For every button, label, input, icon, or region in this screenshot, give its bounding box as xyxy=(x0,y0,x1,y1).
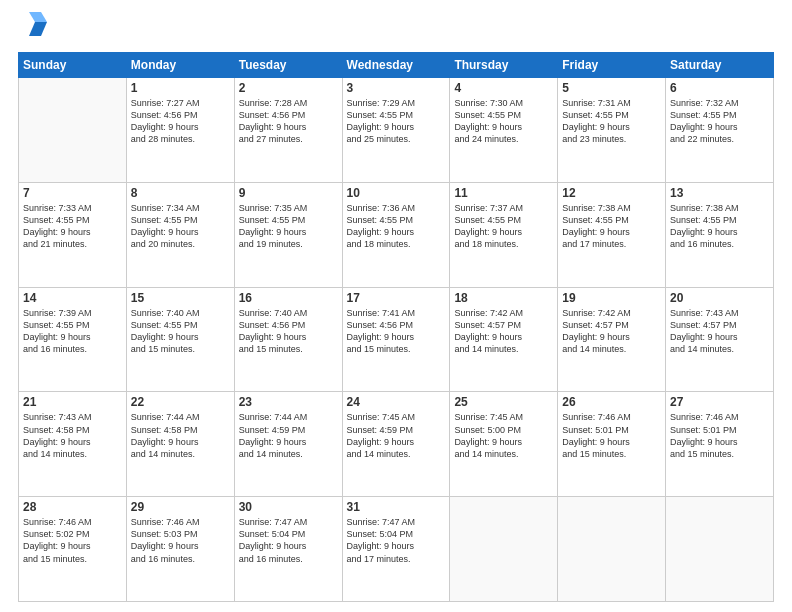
calendar-cell xyxy=(19,78,127,183)
day-number: 7 xyxy=(23,186,122,200)
day-number: 2 xyxy=(239,81,338,95)
day-number: 9 xyxy=(239,186,338,200)
page: SundayMondayTuesdayWednesdayThursdayFrid… xyxy=(0,0,792,612)
calendar-cell: 10Sunrise: 7:36 AM Sunset: 4:55 PM Dayli… xyxy=(342,182,450,287)
calendar-cell: 15Sunrise: 7:40 AM Sunset: 4:55 PM Dayli… xyxy=(126,287,234,392)
weekday-tuesday: Tuesday xyxy=(234,53,342,78)
header xyxy=(18,16,774,42)
calendar-cell: 29Sunrise: 7:46 AM Sunset: 5:03 PM Dayli… xyxy=(126,497,234,602)
day-info: Sunrise: 7:44 AM Sunset: 4:59 PM Dayligh… xyxy=(239,411,338,460)
calendar-cell: 27Sunrise: 7:46 AM Sunset: 5:01 PM Dayli… xyxy=(666,392,774,497)
day-info: Sunrise: 7:33 AM Sunset: 4:55 PM Dayligh… xyxy=(23,202,122,251)
weekday-header-row: SundayMondayTuesdayWednesdayThursdayFrid… xyxy=(19,53,774,78)
day-number: 27 xyxy=(670,395,769,409)
calendar-cell xyxy=(558,497,666,602)
day-number: 22 xyxy=(131,395,230,409)
calendar-cell: 3Sunrise: 7:29 AM Sunset: 4:55 PM Daylig… xyxy=(342,78,450,183)
calendar-cell: 5Sunrise: 7:31 AM Sunset: 4:55 PM Daylig… xyxy=(558,78,666,183)
svg-marker-1 xyxy=(29,12,47,22)
calendar-week-2: 14Sunrise: 7:39 AM Sunset: 4:55 PM Dayli… xyxy=(19,287,774,392)
logo xyxy=(18,16,53,42)
calendar-cell: 21Sunrise: 7:43 AM Sunset: 4:58 PM Dayli… xyxy=(19,392,127,497)
day-number: 17 xyxy=(347,291,446,305)
day-info: Sunrise: 7:45 AM Sunset: 4:59 PM Dayligh… xyxy=(347,411,446,460)
calendar-cell: 6Sunrise: 7:32 AM Sunset: 4:55 PM Daylig… xyxy=(666,78,774,183)
calendar-cell: 14Sunrise: 7:39 AM Sunset: 4:55 PM Dayli… xyxy=(19,287,127,392)
day-number: 28 xyxy=(23,500,122,514)
day-number: 1 xyxy=(131,81,230,95)
day-number: 12 xyxy=(562,186,661,200)
calendar-cell: 2Sunrise: 7:28 AM Sunset: 4:56 PM Daylig… xyxy=(234,78,342,183)
day-number: 23 xyxy=(239,395,338,409)
calendar-cell: 4Sunrise: 7:30 AM Sunset: 4:55 PM Daylig… xyxy=(450,78,558,183)
day-info: Sunrise: 7:45 AM Sunset: 5:00 PM Dayligh… xyxy=(454,411,553,460)
day-info: Sunrise: 7:38 AM Sunset: 4:55 PM Dayligh… xyxy=(562,202,661,251)
calendar-cell xyxy=(450,497,558,602)
svg-marker-0 xyxy=(29,22,47,36)
day-number: 30 xyxy=(239,500,338,514)
calendar-cell: 19Sunrise: 7:42 AM Sunset: 4:57 PM Dayli… xyxy=(558,287,666,392)
day-info: Sunrise: 7:47 AM Sunset: 5:04 PM Dayligh… xyxy=(347,516,446,565)
calendar-cell xyxy=(666,497,774,602)
day-info: Sunrise: 7:46 AM Sunset: 5:03 PM Dayligh… xyxy=(131,516,230,565)
day-info: Sunrise: 7:32 AM Sunset: 4:55 PM Dayligh… xyxy=(670,97,769,146)
day-number: 14 xyxy=(23,291,122,305)
day-info: Sunrise: 7:46 AM Sunset: 5:01 PM Dayligh… xyxy=(670,411,769,460)
calendar-cell: 28Sunrise: 7:46 AM Sunset: 5:02 PM Dayli… xyxy=(19,497,127,602)
day-info: Sunrise: 7:47 AM Sunset: 5:04 PM Dayligh… xyxy=(239,516,338,565)
day-number: 15 xyxy=(131,291,230,305)
calendar-cell: 31Sunrise: 7:47 AM Sunset: 5:04 PM Dayli… xyxy=(342,497,450,602)
day-number: 8 xyxy=(131,186,230,200)
day-number: 4 xyxy=(454,81,553,95)
day-info: Sunrise: 7:41 AM Sunset: 4:56 PM Dayligh… xyxy=(347,307,446,356)
day-number: 16 xyxy=(239,291,338,305)
day-number: 20 xyxy=(670,291,769,305)
day-info: Sunrise: 7:42 AM Sunset: 4:57 PM Dayligh… xyxy=(454,307,553,356)
calendar-cell: 25Sunrise: 7:45 AM Sunset: 5:00 PM Dayli… xyxy=(450,392,558,497)
day-number: 19 xyxy=(562,291,661,305)
calendar-week-3: 21Sunrise: 7:43 AM Sunset: 4:58 PM Dayli… xyxy=(19,392,774,497)
calendar-cell: 22Sunrise: 7:44 AM Sunset: 4:58 PM Dayli… xyxy=(126,392,234,497)
day-info: Sunrise: 7:40 AM Sunset: 4:55 PM Dayligh… xyxy=(131,307,230,356)
day-number: 31 xyxy=(347,500,446,514)
day-info: Sunrise: 7:27 AM Sunset: 4:56 PM Dayligh… xyxy=(131,97,230,146)
day-number: 24 xyxy=(347,395,446,409)
weekday-monday: Monday xyxy=(126,53,234,78)
day-info: Sunrise: 7:42 AM Sunset: 4:57 PM Dayligh… xyxy=(562,307,661,356)
day-info: Sunrise: 7:44 AM Sunset: 4:58 PM Dayligh… xyxy=(131,411,230,460)
calendar-cell: 18Sunrise: 7:42 AM Sunset: 4:57 PM Dayli… xyxy=(450,287,558,392)
calendar-cell: 13Sunrise: 7:38 AM Sunset: 4:55 PM Dayli… xyxy=(666,182,774,287)
weekday-wednesday: Wednesday xyxy=(342,53,450,78)
day-info: Sunrise: 7:36 AM Sunset: 4:55 PM Dayligh… xyxy=(347,202,446,251)
day-info: Sunrise: 7:34 AM Sunset: 4:55 PM Dayligh… xyxy=(131,202,230,251)
day-number: 5 xyxy=(562,81,661,95)
day-info: Sunrise: 7:31 AM Sunset: 4:55 PM Dayligh… xyxy=(562,97,661,146)
day-info: Sunrise: 7:40 AM Sunset: 4:56 PM Dayligh… xyxy=(239,307,338,356)
day-info: Sunrise: 7:28 AM Sunset: 4:56 PM Dayligh… xyxy=(239,97,338,146)
day-info: Sunrise: 7:43 AM Sunset: 4:58 PM Dayligh… xyxy=(23,411,122,460)
day-number: 21 xyxy=(23,395,122,409)
day-number: 3 xyxy=(347,81,446,95)
calendar-cell: 20Sunrise: 7:43 AM Sunset: 4:57 PM Dayli… xyxy=(666,287,774,392)
logo-icon xyxy=(21,12,53,42)
weekday-sunday: Sunday xyxy=(19,53,127,78)
weekday-friday: Friday xyxy=(558,53,666,78)
day-number: 18 xyxy=(454,291,553,305)
day-number: 10 xyxy=(347,186,446,200)
day-number: 29 xyxy=(131,500,230,514)
day-info: Sunrise: 7:38 AM Sunset: 4:55 PM Dayligh… xyxy=(670,202,769,251)
calendar-week-4: 28Sunrise: 7:46 AM Sunset: 5:02 PM Dayli… xyxy=(19,497,774,602)
calendar-cell: 26Sunrise: 7:46 AM Sunset: 5:01 PM Dayli… xyxy=(558,392,666,497)
calendar-week-0: 1Sunrise: 7:27 AM Sunset: 4:56 PM Daylig… xyxy=(19,78,774,183)
day-info: Sunrise: 7:39 AM Sunset: 4:55 PM Dayligh… xyxy=(23,307,122,356)
day-info: Sunrise: 7:30 AM Sunset: 4:55 PM Dayligh… xyxy=(454,97,553,146)
weekday-saturday: Saturday xyxy=(666,53,774,78)
calendar-cell: 17Sunrise: 7:41 AM Sunset: 4:56 PM Dayli… xyxy=(342,287,450,392)
weekday-thursday: Thursday xyxy=(450,53,558,78)
calendar-cell: 1Sunrise: 7:27 AM Sunset: 4:56 PM Daylig… xyxy=(126,78,234,183)
day-info: Sunrise: 7:29 AM Sunset: 4:55 PM Dayligh… xyxy=(347,97,446,146)
calendar-cell: 12Sunrise: 7:38 AM Sunset: 4:55 PM Dayli… xyxy=(558,182,666,287)
calendar-cell: 24Sunrise: 7:45 AM Sunset: 4:59 PM Dayli… xyxy=(342,392,450,497)
day-number: 13 xyxy=(670,186,769,200)
day-info: Sunrise: 7:46 AM Sunset: 5:01 PM Dayligh… xyxy=(562,411,661,460)
